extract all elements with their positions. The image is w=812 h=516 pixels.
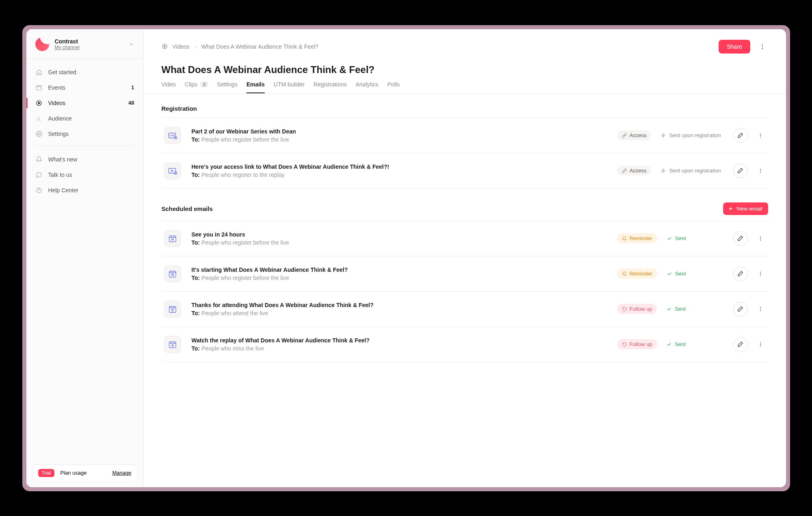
email-status: Sent upon registration <box>661 168 721 174</box>
plan-usage-label: Plan usage <box>60 470 86 476</box>
svg-point-33 <box>760 310 761 311</box>
home-icon <box>35 69 43 76</box>
workspace-switcher[interactable]: Contrast My channel <box>26 29 143 59</box>
calendar-refresh-icon <box>164 336 181 353</box>
edit-button[interactable] <box>733 302 748 316</box>
svg-marker-2 <box>38 102 40 104</box>
svg-text:LIVE: LIVE <box>169 134 175 137</box>
tab-registrations[interactable]: Registrations <box>313 81 347 93</box>
sidebar-item-help[interactable]: Help Center <box>26 183 143 198</box>
sidebar-item-label: Events <box>48 84 132 91</box>
edit-button[interactable] <box>733 231 748 246</box>
breadcrumb-root[interactable]: Videos <box>173 43 190 50</box>
email-title: It's starting What Does A Webinar Audien… <box>192 267 607 273</box>
edit-button[interactable] <box>733 337 748 352</box>
tab-video[interactable]: Video <box>162 81 176 93</box>
row-more-icon[interactable] <box>755 233 766 244</box>
tab-label: Clips <box>185 81 197 88</box>
live-icon: LIVE <box>164 127 181 144</box>
svg-point-35 <box>760 342 761 343</box>
tab-polls[interactable]: Polls <box>387 81 400 93</box>
tab-clips[interactable]: Clips2 <box>185 81 208 93</box>
tab-label: UTM builder <box>274 81 304 88</box>
svg-point-36 <box>760 344 761 345</box>
email-title: Thanks for attending What Does A Webinar… <box>192 302 607 308</box>
tab-label: Analytics <box>356 81 378 88</box>
sidebar-item-label: Talk to us <box>48 172 134 178</box>
tab-analytics[interactable]: Analytics <box>356 81 378 93</box>
page-title: What Does A Webinar Audience Think & Fee… <box>144 54 786 75</box>
sidebar-item-label: Settings <box>48 131 134 137</box>
edit-button[interactable] <box>733 128 748 143</box>
access-badge: Access <box>617 166 652 176</box>
tab-utm[interactable]: UTM builder <box>274 81 304 93</box>
email-row: Thanks for attending What Does A Webinar… <box>162 292 768 327</box>
email-row: See you in 24 hours To: People who regis… <box>162 221 768 256</box>
edit-button[interactable] <box>733 267 748 281</box>
plus-icon <box>728 206 733 211</box>
channel-link[interactable]: My channel <box>55 45 129 50</box>
svg-point-19 <box>760 168 761 169</box>
sidebar-item-count: 1 <box>131 84 134 90</box>
new-email-button[interactable]: New email <box>723 202 768 215</box>
sidebar-item-label: What's new <box>48 156 134 163</box>
svg-point-8 <box>762 46 762 47</box>
section-title: Scheduled emails <box>162 205 213 212</box>
plan-card: Trial Plan usage Manage <box>32 464 138 482</box>
share-button[interactable]: Share <box>719 40 750 54</box>
svg-point-32 <box>760 309 761 310</box>
sidebar-item-audience[interactable]: Audience <box>26 111 143 126</box>
topbar: Videos › What Does A Webinar Audience Th… <box>144 29 786 54</box>
email-list-scheduled: See you in 24 hours To: People who regis… <box>162 221 768 362</box>
email-recipients: To: People who register before the live <box>192 136 607 143</box>
breadcrumb: Videos › What Does A Webinar Audience Th… <box>162 43 318 50</box>
svg-point-9 <box>762 48 762 49</box>
sidebar-item-events[interactable]: Events 1 <box>26 80 143 95</box>
email-status-sent: Sent <box>667 341 686 347</box>
sidebar-item-whatsnew[interactable]: What's new <box>26 152 143 167</box>
email-row: Here's your access link to What Does A W… <box>162 153 768 189</box>
svg-point-27 <box>760 271 761 272</box>
sidebar-item-talk[interactable]: Talk to us <box>26 167 143 183</box>
sidebar-item-count: 48 <box>128 100 134 106</box>
nav-divider <box>35 146 134 146</box>
sidebar-item-label: Help Center <box>48 187 134 194</box>
sidebar: Contrast My channel Get started Events 1… <box>26 29 144 487</box>
edit-button[interactable] <box>733 163 748 178</box>
more-menu-icon[interactable] <box>757 41 768 52</box>
tab-settings[interactable]: Settings <box>217 81 238 93</box>
email-status-sent: Sent <box>667 235 686 241</box>
tab-label: Settings <box>217 81 238 88</box>
section-header-scheduled: Scheduled emails New email <box>162 202 768 215</box>
calendar-bell-icon <box>164 265 181 282</box>
tab-label: Emails <box>246 81 265 88</box>
sidebar-item-videos[interactable]: Videos 48 <box>26 95 143 111</box>
email-list-registration: LIVE Part 2 of our Webinar Series with D… <box>162 118 768 189</box>
sidebar-item-settings[interactable]: Settings <box>26 126 143 142</box>
email-row: LIVE Part 2 of our Webinar Series with D… <box>162 118 768 153</box>
row-more-icon[interactable] <box>755 166 766 176</box>
email-title: Part 2 of our Webinar Series with Dean <box>192 128 607 135</box>
email-recipients: To: People who miss the live <box>192 345 607 352</box>
svg-point-21 <box>760 172 761 173</box>
email-recipients: To: People who register before the live <box>192 239 607 246</box>
sidebar-item-get-started[interactable]: Get started <box>26 64 143 80</box>
svg-point-13 <box>760 133 761 134</box>
tab-label: Registrations <box>313 81 347 88</box>
calendar-refresh-icon <box>164 301 181 318</box>
help-icon <box>35 187 43 194</box>
row-more-icon[interactable] <box>755 269 766 279</box>
email-recipients: To: People who register before the live <box>192 275 607 281</box>
sidebar-item-label: Get started <box>48 69 134 75</box>
bell-icon <box>35 156 43 163</box>
svg-point-28 <box>760 273 761 274</box>
row-more-icon[interactable] <box>755 130 766 141</box>
tab-label: Video <box>162 81 176 88</box>
email-title: Watch the replay of What Does A Webinar … <box>192 337 607 344</box>
row-more-icon[interactable] <box>755 304 766 314</box>
email-recipients: To: People who attend the live <box>192 310 607 316</box>
tab-emails[interactable]: Emails <box>246 81 265 93</box>
breadcrumb-current: What Does A Webinar Audience Think & Fee… <box>201 43 318 50</box>
row-more-icon[interactable] <box>755 339 766 350</box>
plan-manage-link[interactable]: Manage <box>112 470 132 476</box>
